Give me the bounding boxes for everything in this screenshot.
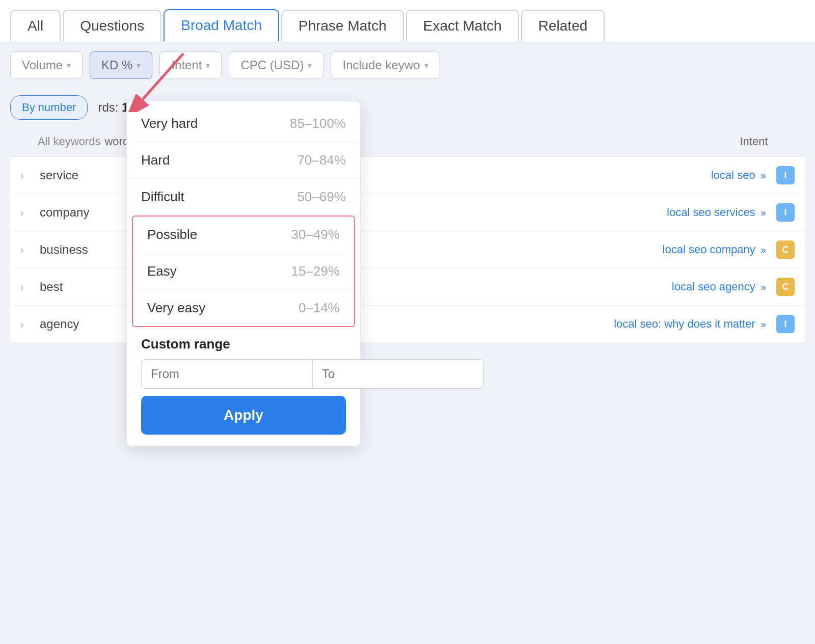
related-keyword-text: local seo	[711, 169, 755, 181]
chevron-down-icon: ▾	[308, 61, 312, 70]
option-hard-range: 70–84%	[297, 152, 346, 168]
arrows-icon: »	[760, 318, 766, 330]
intent-badge: I	[776, 315, 795, 333]
filter-row: Volume ▾ KD % ▾ Intent ▾ CPC (USD) ▾ Inc…	[0, 42, 815, 88]
intent-badge: C	[776, 278, 795, 296]
filter-volume[interactable]: Volume ▾	[10, 51, 83, 79]
intent-header-label: Intent	[740, 135, 768, 148]
row-expand-icon[interactable]: ›	[20, 281, 36, 293]
filter-intent[interactable]: Intent ▾	[159, 51, 222, 79]
option-difficult-range: 50–69%	[297, 189, 346, 205]
custom-range-title: Custom range	[141, 336, 346, 352]
tab-all[interactable]: All	[10, 10, 61, 41]
option-very-hard-label: Very hard	[141, 116, 198, 131]
arrows-icon: »	[760, 170, 766, 181]
option-possible-range: 30–49%	[291, 227, 340, 243]
tab-phrase-match[interactable]: Phrase Match	[281, 10, 404, 41]
row-expand-icon[interactable]: ›	[20, 170, 36, 181]
row-right: local seo agency » C	[672, 278, 795, 296]
stats-bar: By number rds: 10,733 Total volume: 171,…	[0, 88, 815, 127]
intent-value: I	[784, 319, 786, 330]
related-keyword-link[interactable]: local seo »	[711, 169, 766, 182]
all-keywords-label: All keywords	[38, 135, 100, 148]
row-right: local seo: why does it matter » I	[614, 315, 795, 333]
related-keyword-link[interactable]: local seo services »	[667, 206, 766, 219]
stats-keywords-label: rds:	[98, 100, 122, 114]
tabs-bar: All Questions Broad Match Phrase Match E…	[0, 0, 815, 42]
option-very-hard[interactable]: Very hard 85–100%	[127, 105, 360, 142]
filter-intent-label: Intent	[171, 58, 202, 72]
filter-include-label: Include keywo	[342, 58, 420, 72]
intent-value: C	[782, 282, 789, 292]
tab-related[interactable]: Related	[521, 10, 605, 41]
related-keyword-text: local seo services	[667, 206, 755, 219]
arrows-icon: »	[760, 281, 766, 292]
chevron-down-icon: ▾	[67, 61, 71, 70]
filter-cpc[interactable]: CPC (USD) ▾	[229, 51, 323, 79]
kd-dropdown: Very hard 85–100% Hard 70–84% Difficult …	[126, 101, 361, 446]
intent-value: I	[784, 207, 786, 218]
keyword-header-label: word	[104, 135, 129, 148]
option-possible[interactable]: Possible 30–49%	[133, 217, 354, 253]
option-easy[interactable]: Easy 15–29%	[133, 253, 354, 290]
intent-badge: I	[776, 166, 795, 184]
intent-value: I	[784, 170, 786, 181]
related-keyword-link[interactable]: local seo agency »	[672, 280, 766, 293]
by-number-button[interactable]: By number	[10, 95, 88, 120]
col-intent-header: Intent	[713, 135, 795, 148]
option-difficult-label: Difficult	[141, 189, 184, 205]
row-expand-icon[interactable]: ›	[20, 318, 36, 330]
custom-range-section: Custom range Apply	[127, 327, 360, 446]
option-easy-range: 15–29%	[291, 263, 340, 279]
row-expand-icon[interactable]: ›	[20, 244, 36, 256]
dropdown-top-options: Very hard 85–100% Hard 70–84% Difficult …	[127, 101, 360, 216]
intent-badge: C	[776, 240, 795, 259]
intent-badge: I	[776, 203, 795, 222]
option-hard[interactable]: Hard 70–84%	[127, 142, 360, 179]
row-expand-icon[interactable]: ›	[20, 207, 36, 219]
row-right: local seo » I	[711, 166, 795, 184]
apply-button[interactable]: Apply	[141, 396, 346, 435]
related-keyword-text: local seo agency	[672, 280, 755, 293]
related-keyword-text: local seo: why does it matter	[614, 317, 755, 330]
option-very-easy-range: 0–14%	[298, 300, 340, 316]
option-difficult[interactable]: Difficult 50–69%	[127, 179, 360, 216]
related-keyword-text: local seo company	[663, 243, 755, 256]
filter-volume-label: Volume	[22, 58, 63, 72]
filter-kd-label: KD %	[101, 58, 132, 72]
custom-range-inputs	[141, 359, 346, 389]
option-possible-label: Possible	[147, 227, 197, 243]
chevron-down-icon: ▾	[137, 61, 141, 70]
arrows-icon: »	[760, 207, 766, 218]
chevron-down-icon: ▾	[206, 61, 210, 70]
option-very-easy[interactable]: Very easy 0–14%	[133, 290, 354, 326]
custom-range-from[interactable]	[141, 359, 312, 389]
option-very-easy-label: Very easy	[147, 300, 205, 316]
filter-cpc-label: CPC (USD)	[240, 58, 304, 72]
custom-range-to[interactable]	[312, 359, 484, 389]
intent-value: C	[782, 245, 789, 255]
chevron-down-icon: ▾	[424, 61, 428, 70]
option-easy-label: Easy	[147, 263, 177, 279]
related-keyword-link[interactable]: local seo: why does it matter »	[614, 317, 766, 331]
row-right: local seo company » C	[663, 240, 795, 259]
tab-questions[interactable]: Questions	[63, 10, 161, 41]
tab-broad-match[interactable]: Broad Match	[164, 9, 279, 42]
option-very-hard-range: 85–100%	[290, 116, 346, 131]
filter-kd[interactable]: KD % ▾	[90, 51, 152, 79]
tab-exact-match[interactable]: Exact Match	[406, 10, 519, 41]
option-hard-label: Hard	[141, 152, 170, 168]
row-right: local seo services » I	[667, 203, 795, 222]
arrows-icon: »	[760, 244, 766, 255]
selection-highlight-box: Possible 30–49% Easy 15–29% Very easy 0–…	[132, 216, 355, 327]
filter-include[interactable]: Include keywo ▾	[331, 51, 440, 79]
related-keyword-link[interactable]: local seo company »	[663, 243, 766, 256]
